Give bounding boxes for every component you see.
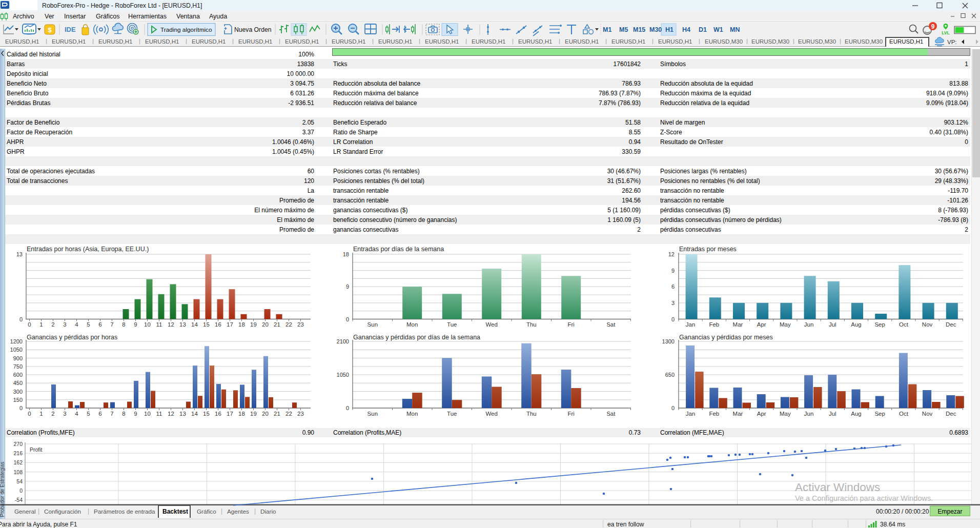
svg-text:216: 216: [13, 450, 23, 456]
svg-text:1050: 1050: [337, 372, 349, 378]
svg-text:10: 10: [144, 321, 151, 328]
svg-text:22: 22: [285, 411, 292, 417]
svg-text:270: 270: [13, 441, 23, 447]
svg-text:-54: -54: [15, 497, 23, 503]
svg-text:Oct: Oct: [899, 411, 909, 417]
svg-text:20: 20: [262, 411, 269, 417]
svg-text:7: 7: [110, 411, 113, 417]
svg-text:6: 6: [98, 321, 101, 328]
svg-text:9: 9: [346, 283, 349, 290]
svg-text:Jul: Jul: [829, 321, 836, 328]
svg-text:8: 8: [122, 411, 125, 417]
svg-text:Sep: Sep: [874, 411, 885, 417]
svg-text:Entradas por días de la semana: Entradas por días de la semana: [353, 246, 444, 253]
svg-text:17: 17: [227, 411, 233, 417]
svg-text:14: 14: [191, 411, 198, 417]
svg-text:2: 2: [51, 411, 54, 417]
svg-text:Fri: Fri: [567, 321, 574, 328]
svg-text:Profit: Profit: [30, 446, 43, 453]
svg-text:16: 16: [215, 411, 221, 417]
svg-text:Jan: Jan: [686, 411, 696, 417]
svg-text:18: 18: [238, 411, 245, 417]
svg-text:Ganancias y pérdidas por meses: Ganancias y pérdidas por meses: [679, 334, 773, 341]
svg-text:3: 3: [671, 300, 675, 306]
svg-text:Wed: Wed: [485, 321, 497, 328]
svg-text:Thu: Thu: [526, 321, 537, 328]
svg-text:Jan: Jan: [686, 321, 696, 328]
svg-text:Ganancias y pérdidas por horas: Ganancias y pérdidas por horas: [27, 334, 117, 341]
svg-text:9: 9: [671, 268, 675, 274]
svg-text:Wed: Wed: [485, 411, 497, 417]
svg-text:Sat: Sat: [606, 321, 616, 328]
svg-text:19: 19: [250, 321, 257, 328]
svg-text:19: 19: [250, 411, 257, 417]
svg-text:0: 0: [19, 316, 23, 322]
svg-text:Feb: Feb: [709, 321, 719, 328]
svg-text:15: 15: [203, 411, 210, 417]
svg-text:1200: 1200: [10, 338, 23, 344]
svg-text:5: 5: [87, 321, 90, 328]
svg-text:1: 1: [39, 321, 43, 328]
svg-text:Dec: Dec: [946, 411, 956, 417]
svg-text:Oct: Oct: [899, 321, 909, 328]
svg-text:18: 18: [238, 321, 245, 328]
svg-text:21: 21: [274, 411, 280, 417]
svg-text:Tue: Tue: [447, 321, 457, 328]
svg-text:21: 21: [274, 321, 280, 328]
svg-text:Aug: Aug: [851, 411, 861, 417]
svg-text:0: 0: [346, 405, 349, 411]
svg-text:Mon: Mon: [406, 411, 418, 417]
svg-text:Mon: Mon: [406, 321, 418, 328]
svg-text:May: May: [780, 411, 791, 417]
svg-text:0: 0: [671, 405, 675, 411]
svg-text:11: 11: [156, 411, 162, 417]
svg-text:54: 54: [16, 478, 23, 484]
svg-text:0: 0: [19, 405, 23, 411]
svg-text:Jun: Jun: [804, 411, 814, 417]
svg-text:Apr: Apr: [757, 321, 766, 328]
svg-text:11: 11: [156, 321, 162, 328]
svg-text:Mar: Mar: [733, 411, 743, 417]
svg-text:Apr: Apr: [757, 411, 766, 417]
svg-text:6: 6: [671, 283, 675, 290]
svg-text:Entradas por horas (Asia, Euro: Entradas por horas (Asia, Europa, EE.UU.…: [27, 246, 149, 253]
svg-text:Entradas por meses: Entradas por meses: [679, 246, 737, 253]
svg-text:900: 900: [13, 355, 23, 361]
svg-text:Nov: Nov: [922, 321, 933, 328]
svg-text:23: 23: [297, 411, 304, 417]
svg-text:Nov: Nov: [922, 411, 933, 417]
svg-text:0: 0: [28, 321, 31, 328]
svg-text:17: 17: [227, 321, 233, 328]
svg-text:6: 6: [98, 411, 101, 417]
svg-text:Tue: Tue: [447, 411, 457, 417]
svg-text:9: 9: [134, 321, 137, 328]
svg-text:650: 650: [665, 372, 675, 378]
svg-text:5: 5: [87, 411, 90, 417]
svg-text:0: 0: [19, 488, 23, 494]
svg-text:108: 108: [13, 469, 23, 475]
svg-text:Probador de Estrategias: Probador de Estrategias: [0, 462, 5, 517]
svg-text:3: 3: [63, 411, 66, 417]
svg-text:2100: 2100: [337, 338, 349, 344]
svg-text:750: 750: [13, 363, 23, 370]
svg-text:450: 450: [13, 380, 23, 386]
svg-text:Jul: Jul: [829, 411, 836, 417]
svg-text:8: 8: [122, 321, 125, 328]
svg-text:15: 15: [203, 321, 210, 328]
svg-text:Ganancias y pérdidas por días: Ganancias y pérdidas por días de la sema…: [353, 334, 480, 341]
svg-text:300: 300: [13, 389, 23, 395]
svg-text:13: 13: [179, 321, 186, 328]
svg-text:150: 150: [13, 397, 23, 403]
svg-text:Sun: Sun: [368, 321, 378, 328]
svg-text:Aug: Aug: [851, 321, 861, 328]
svg-text:20: 20: [262, 321, 269, 328]
svg-text:9: 9: [134, 411, 137, 417]
svg-text:Jun: Jun: [804, 321, 814, 328]
svg-text:22: 22: [285, 321, 292, 328]
svg-text:4: 4: [75, 321, 78, 328]
svg-text:Sat: Sat: [606, 411, 616, 417]
svg-text:Sep: Sep: [874, 321, 885, 328]
svg-text:600: 600: [13, 372, 23, 378]
svg-text:13: 13: [179, 411, 186, 417]
svg-text:16: 16: [215, 321, 221, 328]
